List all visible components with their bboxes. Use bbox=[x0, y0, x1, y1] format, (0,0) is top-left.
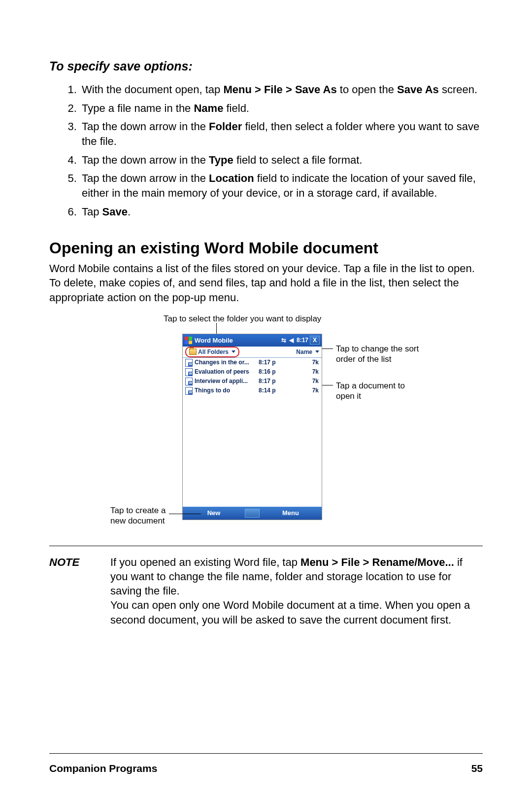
softkey-bar: New Menu bbox=[183, 507, 322, 520]
file-row[interactable]: Interview of appli... 8:17 p 7k bbox=[183, 377, 322, 386]
subheading-save-options: To specify save options: bbox=[49, 59, 483, 73]
callout-open: Tap a document to open it bbox=[336, 381, 425, 402]
callout-sort: Tap to change the sort order of the list bbox=[336, 344, 425, 365]
softkey-menu[interactable]: Menu bbox=[260, 509, 322, 517]
page-footer: Companion Programs 55 bbox=[49, 753, 483, 774]
file-row[interactable]: Changes in the or... 8:17 p 7k bbox=[183, 358, 322, 367]
note-label: NOTE bbox=[49, 555, 94, 627]
step-4: Tap the down arrow in the Type field to … bbox=[80, 153, 483, 168]
heading-opening-document: Opening an existing Word Mobile document bbox=[49, 239, 483, 257]
close-button[interactable]: X bbox=[310, 336, 320, 345]
file-row[interactable]: Things to do 8:14 p 7k bbox=[183, 386, 322, 395]
folder-dropdown[interactable]: All Folders bbox=[185, 347, 239, 357]
document-icon bbox=[185, 378, 193, 385]
screenshot-word-mobile: Word Mobile ⇆ ◀ 8:17 X All Folders Name bbox=[182, 334, 322, 520]
folder-label: All Folders bbox=[198, 349, 229, 355]
steps-list: With the document open, tap Menu > File … bbox=[49, 82, 483, 219]
document-icon bbox=[185, 387, 193, 395]
sort-label: Name bbox=[296, 349, 312, 355]
file-row[interactable]: Evaluation of peers 8:16 p 7k bbox=[183, 367, 322, 377]
app-title: Word Mobile bbox=[195, 337, 280, 344]
folder-bar: All Folders Name bbox=[183, 347, 322, 358]
sip-icon[interactable] bbox=[245, 509, 260, 518]
page-number: 55 bbox=[471, 763, 483, 774]
chevron-down-icon bbox=[232, 350, 235, 353]
document-icon bbox=[185, 359, 193, 367]
figure: Tap to select the folder you want to dis… bbox=[49, 314, 483, 531]
connectivity-icon: ⇆ bbox=[281, 337, 286, 344]
volume-icon: ◀ bbox=[289, 337, 294, 344]
chevron-down-icon bbox=[315, 350, 319, 353]
note-block: NOTE If you opened an existing Word file… bbox=[49, 555, 483, 627]
titlebar: Word Mobile ⇆ ◀ 8:17 X bbox=[183, 334, 322, 347]
step-2: Type a file name in the Name field. bbox=[80, 101, 483, 116]
step-5: Tap the down arrow in the Location field… bbox=[80, 171, 483, 200]
softkey-new[interactable]: New bbox=[183, 509, 245, 517]
section-paragraph: Word Mobile contains a list of the files… bbox=[49, 261, 483, 305]
document-icon bbox=[185, 368, 193, 376]
callout-new: Tap to create a new document bbox=[110, 505, 168, 526]
divider bbox=[49, 546, 483, 546]
windows-logo-icon bbox=[185, 337, 192, 344]
step-1: With the document open, tap Menu > File … bbox=[80, 82, 483, 97]
step-3: Tap the down arrow in the Folder field, … bbox=[80, 119, 483, 148]
sort-dropdown[interactable]: Name bbox=[296, 349, 319, 355]
folder-icon bbox=[189, 349, 197, 355]
clock-text: 8:17 bbox=[297, 337, 308, 344]
footer-section: Companion Programs bbox=[49, 763, 157, 774]
note-text: If you opened an existing Word file, tap… bbox=[110, 555, 483, 627]
step-6: Tap Save. bbox=[80, 205, 483, 219]
caption-folder-select: Tap to select the folder you want to dis… bbox=[164, 314, 321, 324]
